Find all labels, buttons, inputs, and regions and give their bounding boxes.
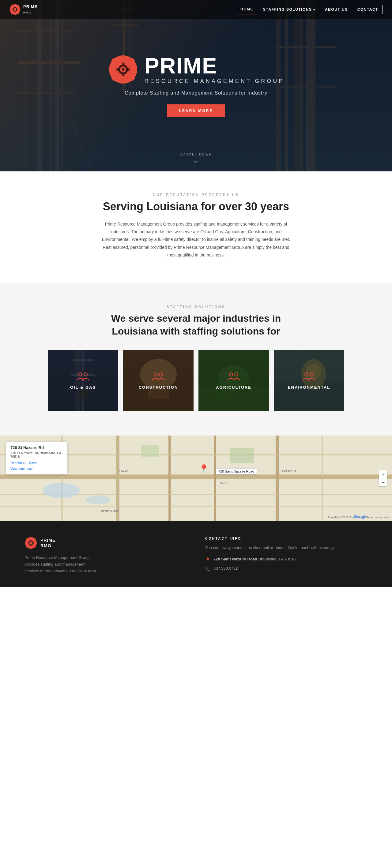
reputation-label: OUR REPUTATION PRECEEDS US [61, 193, 331, 196]
reputation-title: Serving Louisiana for over 30 years [61, 200, 331, 213]
svg-text:CERTEX USA: CERTEX USA [101, 509, 119, 513]
svg-rect-104 [25, 542, 27, 544]
footer-logo-sub: RMG [40, 543, 52, 548]
footer-logo-name: PRIME [40, 538, 55, 543]
footer-address-line2: Broussard, LA 70518 [259, 557, 296, 561]
industry-cards: OIL & GAS CONSTRUCTION [31, 350, 361, 411]
footer-address-item: 📍 720 Saint Nazaire Road Broussard, LA 7… [205, 557, 367, 562]
svg-rect-28 [276, 46, 337, 49]
hero-title: PRIME RESOURCE MANAGEMENT GROUP [145, 55, 284, 85]
map-infobox-links: Directions Save [10, 461, 63, 465]
svg-point-48 [116, 68, 119, 71]
map-infobox: 720 St Nazaire Rd 720 St Nazaire Rd, Bro… [6, 442, 67, 474]
nav-link-about[interactable]: ABOUT US [320, 5, 353, 14]
svg-rect-19 [61, 0, 63, 172]
nav-links: HOME STAFFING SOLUTIONS ▾ ABOUT US CONTA… [236, 5, 383, 14]
svg-point-92 [86, 495, 110, 504]
card-construction-content: CONSTRUCTION [123, 350, 193, 411]
footer-contact-title: CONTACT INFO [205, 536, 367, 540]
map-address-short: 720 St Nazaire Rd [10, 445, 63, 450]
nav-logo[interactable]: PRIME RMG [9, 4, 37, 15]
svg-rect-18 [25, 0, 27, 172]
staffing-section: STAFFING SOLUTIONS We serve several majo… [0, 283, 392, 436]
card-oil-content: OIL & GAS [48, 350, 118, 411]
footer-phone-item: 📞 337.330.0732 [205, 566, 367, 571]
svg-rect-16 [49, 0, 52, 172]
svg-rect-80 [0, 475, 392, 479]
map-zoom-out-button[interactable]: − [379, 478, 387, 486]
svg-rect-102 [30, 537, 32, 539]
svg-rect-103 [30, 547, 32, 549]
map-save-link[interactable]: Save [29, 461, 37, 465]
footer-desc: Prime Resource Management Group provides… [25, 554, 98, 575]
hero-tagline: Complete Staffing and Management Solutio… [125, 90, 267, 96]
industry-card-agriculture[interactable]: AGRICULTURE [199, 350, 269, 411]
svg-rect-88 [0, 506, 392, 507]
hero-gear-icon [108, 54, 139, 85]
svg-rect-41 [132, 68, 137, 71]
map-placeholder[interactable]: E Main St Hwy 90 Old Farm Rd Rue St. CER… [0, 436, 392, 521]
map-address-full: 720 St Nazaire Rd, Broussard, LA 70518 [10, 451, 63, 459]
svg-point-110 [29, 541, 33, 545]
map-zoom-in-button[interactable]: + [379, 470, 387, 478]
svg-rect-3 [14, 12, 16, 15]
svg-point-58 [79, 373, 82, 376]
phone-icon: 📞 [205, 566, 210, 571]
industry-card-oil-gas[interactable]: OIL & GAS [48, 350, 118, 411]
svg-point-49 [127, 68, 130, 71]
scroll-down-arrow-icon: ⌄ [179, 157, 212, 164]
card-environmental-content: ENVIRONMENTAL [274, 350, 344, 411]
svg-point-46 [122, 62, 125, 65]
industry-card-construction[interactable]: CONSTRUCTION [123, 350, 193, 411]
hero-title-sub: RESOURCE MANAGEMENT GROUP [145, 78, 284, 85]
svg-point-64 [154, 373, 157, 376]
nav-link-home[interactable]: HOME [236, 5, 258, 14]
svg-point-71 [230, 373, 233, 376]
staffing-label: STAFFING SOLUTIONS [31, 305, 361, 309]
map-directions-link[interactable]: Directions [10, 461, 25, 465]
reputation-section: OUR REPUTATION PRECEEDS US Serving Louis… [0, 172, 392, 283]
nav-logo-sub: RMG [23, 11, 32, 14]
footer-logo: PRIME RMG [25, 536, 187, 549]
svg-rect-2 [14, 4, 16, 6]
svg-point-14 [17, 9, 18, 10]
nav-link-staffing[interactable]: STAFFING SOLUTIONS ▾ [258, 5, 320, 14]
svg-point-59 [84, 373, 87, 376]
card-agriculture-content: AGRICULTURE [199, 350, 269, 411]
card-construction-label: CONSTRUCTION [139, 385, 178, 390]
card-oil-label: OIL & GAS [70, 385, 96, 390]
footer-phone: 337.330.0732 [213, 566, 238, 570]
svg-text:Hwy 90: Hwy 90 [119, 469, 128, 472]
svg-line-31 [37, 0, 104, 172]
svg-rect-85 [276, 436, 279, 521]
users-oil-icon [76, 372, 90, 381]
map-larger-link[interactable]: View larger map [10, 467, 32, 470]
map-pin: 📍 [199, 464, 209, 474]
hero-section: PRIME RESOURCE MANAGEMENT GROUP Complete… [0, 0, 392, 172]
users-construction-icon [152, 372, 165, 381]
card-environmental-label: ENVIRONMENTAL [288, 385, 330, 390]
svg-rect-35 [113, 25, 138, 26]
map-section: E Main St Hwy 90 Old Farm Rd Rue St. CER… [0, 436, 392, 521]
map-data-label: Map data ©2019 Terms of Use Report a map… [328, 516, 390, 519]
staffing-title: We serve several major industries in Lou… [104, 312, 288, 338]
svg-rect-40 [109, 68, 115, 71]
svg-point-72 [235, 373, 238, 376]
svg-point-65 [159, 373, 162, 376]
nav-link-contact[interactable]: CONTACT [353, 5, 383, 14]
footer-brand: PRIME RMG Prime Resource Management Grou… [25, 536, 187, 575]
location-icon: 📍 [205, 557, 210, 562]
learn-more-button[interactable]: LEARN MORE [167, 104, 225, 117]
scroll-down[interactable]: SCROLL DOWN ⌄ [179, 153, 212, 164]
svg-point-91 [43, 483, 80, 498]
footer-address-line1: 720 Saint Nazaire Road [213, 557, 257, 561]
svg-rect-90 [322, 436, 323, 521]
nav-gear-icon [9, 4, 21, 15]
svg-point-47 [122, 73, 125, 76]
main-nav: PRIME RMG HOME STAFFING SOLUTIONS ▾ ABOU… [0, 0, 392, 19]
svg-text:Rue St.: Rue St. [220, 482, 228, 484]
svg-rect-93 [141, 445, 159, 457]
industry-card-environmental[interactable]: ENVIRONMENTAL [274, 350, 344, 411]
svg-point-112 [30, 545, 32, 546]
svg-rect-20 [19, 31, 73, 32]
